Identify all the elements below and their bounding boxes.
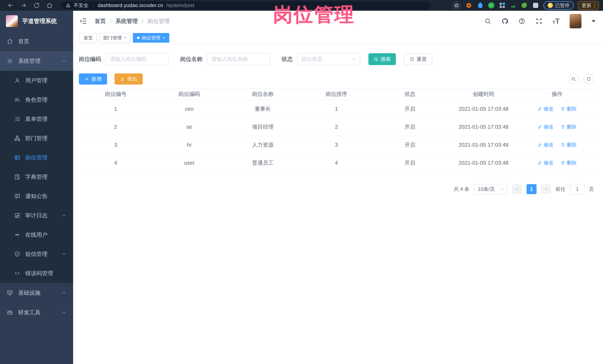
column-header: 岗位名称 <box>226 88 300 100</box>
table-row: 2 se 项目经理 2 开启 2021-01-05 17:03:48 修改 删除 <box>79 118 594 136</box>
sidebar-item-label: 系统管理 <box>18 57 40 65</box>
sidebar-item-dev-tools[interactable]: 研发工具 <box>0 303 73 322</box>
orange-donut-extension-icon[interactable] <box>465 2 473 9</box>
active-tab-dot-icon <box>137 36 139 39</box>
avatar[interactable] <box>569 14 581 28</box>
home-nav-icon[interactable] <box>46 2 53 9</box>
address-bar[interactable]: 不安全 dashboard.yudao.iocoder.cn /system/p… <box>61 1 430 9</box>
pagination: 共 4 条 10条/页 1 前往 页 <box>73 184 594 194</box>
breadcrumb-system[interactable]: 系统管理 <box>116 17 138 25</box>
tab-close-icon[interactable]: × <box>124 35 127 40</box>
sidebar-item-roles[interactable]: 角色管理 <box>0 90 73 110</box>
shield-icon <box>14 251 20 257</box>
fullscreen-icon[interactable] <box>535 18 543 25</box>
search-button[interactable]: 搜索 <box>368 53 396 65</box>
search-toggle-button[interactable] <box>568 74 579 84</box>
gear-icon <box>7 58 13 64</box>
sidebar-item-departments[interactable]: 部门管理 <box>0 129 73 148</box>
users-icon <box>14 97 20 103</box>
delete-link[interactable]: 删除 <box>561 142 577 148</box>
refresh-table-button[interactable] <box>583 74 594 84</box>
tab-posts[interactable]: 岗位管理 × <box>133 33 169 43</box>
delete-link[interactable]: 删除 <box>561 106 577 112</box>
gm-extension-icon[interactable]: GM <box>510 2 516 9</box>
update-button-label: 更新 <box>582 2 591 9</box>
tab-home[interactable]: 首页 <box>80 33 97 43</box>
cell-post-sort: 3 <box>300 136 373 154</box>
gray-extension-icon[interactable] <box>532 2 539 9</box>
status-select[interactable]: 岗位状态 <box>297 53 360 65</box>
github-icon[interactable] <box>501 18 508 25</box>
goto-page-input[interactable] <box>570 184 584 194</box>
tab-label: 首页 <box>83 35 93 41</box>
post-name-input[interactable] <box>207 53 270 65</box>
paused-badge[interactable]: 已暂停 <box>544 1 574 10</box>
cell-post-status: 开启 <box>373 136 447 154</box>
sidebar-item-home[interactable]: 首页 <box>0 32 73 51</box>
green-leaf-extension-icon[interactable] <box>521 2 528 9</box>
header-actions: TT <box>484 14 597 28</box>
browser-menu-dots-icon[interactable] <box>594 3 595 8</box>
sidebar-collapse-icon[interactable] <box>80 17 87 25</box>
sidebar-item-sms[interactable]: 短信管理 <box>0 244 73 264</box>
font-size-icon[interactable]: TT <box>553 18 560 25</box>
next-page-button[interactable] <box>541 184 551 194</box>
column-header: 岗位排序 <box>300 88 373 100</box>
sidebar-item-online-users[interactable]: 在线用户 <box>0 225 73 244</box>
delete-link[interactable]: 删除 <box>561 123 577 130</box>
chevron-down-icon <box>62 310 67 315</box>
help-icon[interactable] <box>518 18 525 25</box>
prev-page-button[interactable] <box>512 184 522 194</box>
security-label[interactable]: 不安全 <box>73 2 89 9</box>
green-check-extension-icon[interactable]: ✓ <box>488 2 494 9</box>
sidebar: 芋道管理系统 首页 系统管理 用户管理 角色管理 <box>0 11 73 364</box>
bookmark-star-icon[interactable] <box>452 1 461 10</box>
cell-post-name: 普通员工 <box>226 154 300 172</box>
post-code-input[interactable] <box>106 53 169 65</box>
url-host[interactable]: dashboard.yudao.iocoder.cn <box>98 3 163 8</box>
sidebar-item-label: 通知公告 <box>25 192 47 200</box>
sidebar-logo[interactable]: 芋道管理系统 <box>0 11 73 32</box>
edit-link[interactable]: 修改 <box>538 159 554 166</box>
url-path[interactable]: /system/post <box>166 3 194 8</box>
reload-icon[interactable] <box>33 2 40 9</box>
cell-post-status: 开启 <box>373 100 447 118</box>
sidebar-item-infrastructure[interactable]: 基础设施 <box>0 283 73 303</box>
home-icon <box>7 38 13 44</box>
blue-pin-extension-icon[interactable] <box>477 2 484 9</box>
page-header: 首页 / 系统管理 / 岗位管理 TT <box>73 11 603 32</box>
edit-link[interactable]: 修改 <box>538 123 554 130</box>
page-size-select[interactable]: 10条/页 <box>474 184 508 194</box>
search-icon[interactable] <box>484 18 491 25</box>
edit-link[interactable]: 修改 <box>538 106 554 112</box>
page-number-button[interactable]: 1 <box>527 184 536 194</box>
tab-departments[interactable]: 部门管理 × <box>99 33 131 43</box>
sidebar-item-posts[interactable]: 岗位管理 <box>0 148 73 167</box>
sidebar-item-label: 菜单管理 <box>25 115 47 123</box>
reset-button[interactable]: 重置 <box>404 53 432 65</box>
app-shell: 芋道管理系统 首页 系统管理 用户管理 角色管理 <box>0 11 603 364</box>
export-button[interactable]: 导出 <box>115 73 143 85</box>
sidebar-item-system[interactable]: 系统管理 <box>0 51 73 71</box>
delete-link[interactable]: 删除 <box>561 159 577 166</box>
edit-link[interactable]: 修改 <box>538 142 554 148</box>
update-button[interactable]: 更新 <box>578 1 599 10</box>
add-button[interactable]: 新增 <box>79 73 107 85</box>
sidebar-item-notice[interactable]: 通知公告 <box>0 187 73 206</box>
sidebar-item-dict[interactable]: 字典管理 <box>0 167 73 187</box>
caret-down-icon[interactable] <box>591 20 596 22</box>
sidebar-item-audit-log[interactable]: 审计日志 <box>0 206 73 225</box>
pencil-icon <box>538 143 542 147</box>
forward-arrow-icon[interactable] <box>20 2 27 9</box>
main-area: 首页 / 系统管理 / 岗位管理 TT 首页 <box>73 11 603 364</box>
grid-extension-icon[interactable] <box>499 2 506 9</box>
sidebar-item-error-codes[interactable]: 错误码管理 <box>0 264 73 283</box>
cell-created-time: 2021-01-05 17:03:48 <box>447 118 520 136</box>
breadcrumb-home[interactable]: 首页 <box>95 17 106 25</box>
sidebar-item-menus[interactable]: 菜单管理 <box>0 110 73 129</box>
back-arrow-icon[interactable] <box>7 2 14 9</box>
sidebar-item-label: 用户管理 <box>25 77 47 84</box>
sidebar-item-users[interactable]: 用户管理 <box>0 71 73 90</box>
cell-post-name: 项目经理 <box>226 118 300 136</box>
tab-close-icon[interactable]: × <box>162 35 165 40</box>
